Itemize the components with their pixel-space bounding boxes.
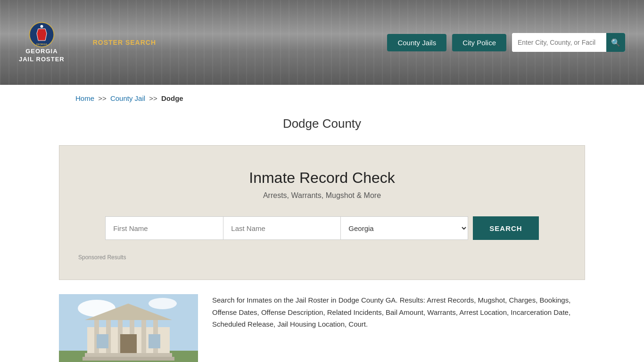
county-jails-button[interactable]: County Jails	[387, 34, 446, 51]
page-title: Dodge County	[0, 116, 644, 131]
svg-text:GEORGIA: GEORGIA	[36, 43, 48, 46]
search-icon: 🔍	[611, 38, 620, 47]
breadcrumb-county-jail-link[interactable]: County Jail	[110, 94, 145, 102]
city-police-button[interactable]: City Police	[452, 34, 506, 51]
header-nav-right: County Jails City Police 🔍	[387, 33, 625, 52]
site-header: GEORGIA GEORGIA JAIL ROSTER ROSTER SEARC…	[0, 0, 644, 85]
breadcrumb-current: Dodge	[161, 94, 183, 102]
svg-rect-18	[120, 334, 137, 353]
roster-search-link[interactable]: ROSTER SEARCH	[93, 39, 156, 46]
breadcrumb: Home >> County Jail >> Dodge	[0, 85, 644, 112]
svg-rect-16	[85, 353, 172, 357]
header-search-input[interactable]	[512, 33, 606, 52]
header-search-button[interactable]: 🔍	[606, 33, 625, 52]
georgia-seal-icon: GEORGIA	[29, 22, 55, 48]
svg-point-6	[149, 298, 177, 309]
svg-rect-19	[97, 334, 108, 348]
record-check-search-button[interactable]: SEARCH	[473, 216, 538, 240]
logo-text: GEORGIA JAIL ROSTER	[19, 48, 65, 64]
svg-marker-1	[37, 29, 47, 41]
bottom-section: Search for Inmates on the Jail Roster in…	[59, 294, 585, 362]
bottom-description: Search for Inmates on the Jail Roster in…	[212, 294, 585, 330]
last-name-input[interactable]	[223, 216, 341, 240]
svg-rect-17	[83, 357, 174, 361]
breadcrumb-separator-1: >>	[98, 94, 107, 102]
record-check-subtitle: Arrests, Warrants, Mugshot & More	[78, 191, 566, 200]
header-search-bar: 🔍	[512, 33, 625, 52]
record-check-title: Inmate Record Check	[78, 169, 566, 187]
state-select[interactable]: AlabamaAlaskaArizonaArkansasCaliforniaCo…	[341, 216, 468, 240]
first-name-input[interactable]	[105, 216, 223, 240]
record-check-form: AlabamaAlaskaArizonaArkansasCaliforniaCo…	[78, 216, 566, 240]
courthouse-image	[59, 294, 198, 362]
breadcrumb-home-link[interactable]: Home	[75, 94, 94, 102]
svg-rect-20	[149, 334, 160, 348]
svg-rect-13	[141, 320, 146, 353]
site-logo: GEORGIA GEORGIA JAIL ROSTER	[19, 22, 65, 64]
inmate-record-check-section: Inmate Record Check Arrests, Warrants, M…	[59, 145, 585, 280]
sponsored-label: Sponsored Results	[78, 254, 566, 261]
breadcrumb-separator-2: >>	[149, 94, 157, 102]
svg-point-2	[40, 25, 43, 28]
